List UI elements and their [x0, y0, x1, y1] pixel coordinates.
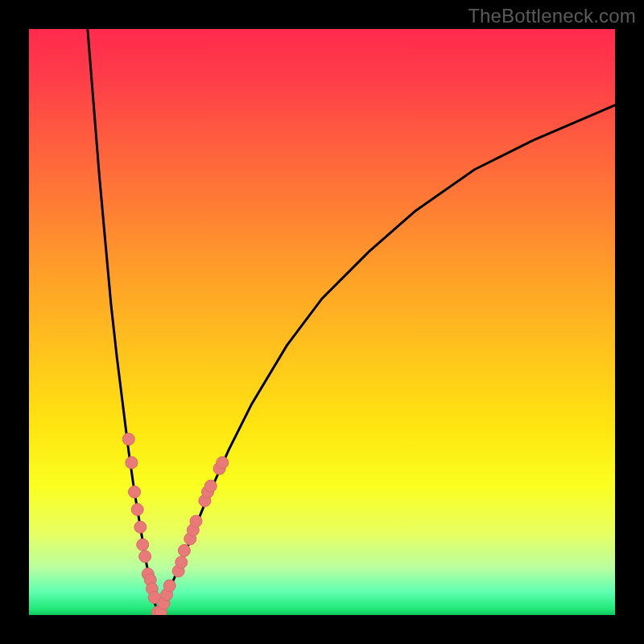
plot-area [29, 29, 615, 615]
data-marker [217, 456, 229, 469]
data-marker [126, 456, 138, 469]
chart-frame: TheBottleneck.com [0, 0, 644, 644]
marker-layer [122, 433, 228, 615]
data-marker [134, 521, 147, 533]
data-marker [163, 580, 175, 592]
data-marker [190, 515, 202, 527]
data-marker [122, 433, 134, 445]
data-marker [139, 551, 151, 563]
data-marker [131, 503, 143, 515]
left-curve [88, 29, 158, 615]
data-marker [175, 556, 188, 568]
data-marker [178, 544, 190, 556]
data-marker [204, 480, 217, 492]
data-marker [137, 539, 149, 551]
data-marker [129, 486, 141, 498]
right-curve [158, 105, 615, 615]
watermark-text: TheBottleneck.com [468, 5, 636, 27]
chart-svg [29, 29, 615, 615]
